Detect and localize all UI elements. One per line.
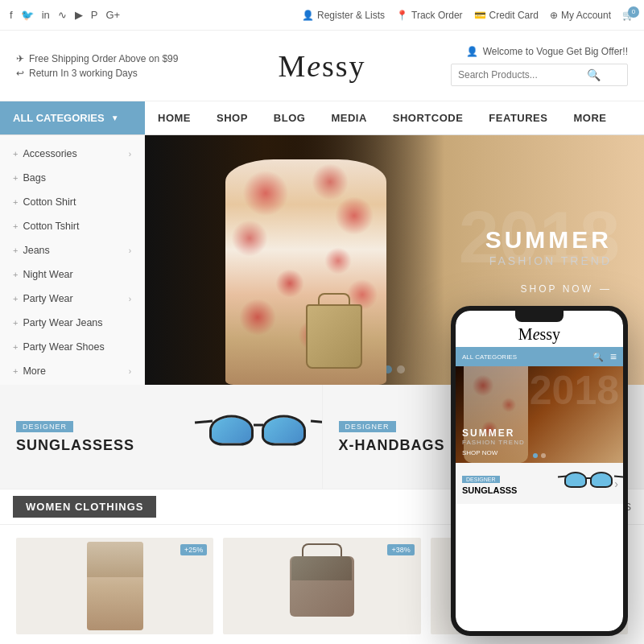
sunglasses-image xyxy=(209,411,314,463)
phone-dot-2[interactable] xyxy=(541,453,546,458)
user-icon: ⊕ xyxy=(550,10,558,21)
header-left: ✈ Free Shipping Order Above on $99 ↩ Ret… xyxy=(16,53,193,79)
navigation-bar: ALL CATEGORIES ▼ HOME SHOP BLOG MEDIA SH… xyxy=(0,101,644,135)
my-account-link[interactable]: ⊕ My Account xyxy=(550,10,611,21)
banner-sunglasses-info: DESIGNER SUNGLASSESS xyxy=(16,420,134,454)
chevron-right-icon: › xyxy=(129,150,131,159)
phone-hero-text: SUMMER FASHION TREND SHOP NOW xyxy=(462,427,525,456)
return-policy: ↩ Return In 3 working Days xyxy=(16,68,193,79)
nav-features[interactable]: FEATURES xyxy=(476,101,560,134)
logo-text: Messy xyxy=(193,48,451,84)
sidebar-item-cotton-tshirt[interactable]: + Cotton Tshirt xyxy=(0,214,144,238)
register-link[interactable]: 👤 Register & Lists xyxy=(302,10,385,21)
banner-title-handbags: X-HANDBAGS xyxy=(339,437,445,454)
search-box: 🔍 xyxy=(451,64,628,86)
phone-notch xyxy=(515,311,564,322)
chevron-right-icon: › xyxy=(129,295,131,303)
phone-banner[interactable]: DESIGNER SUNGLASSS › xyxy=(456,463,623,504)
sidebar: + Accessories › + Bags + Cotton Shirt xyxy=(0,135,145,385)
nav-shop[interactable]: SHOP xyxy=(204,101,261,134)
welcome-message: 👤 Welcome to Vogue Get Big Offer!! xyxy=(451,46,628,57)
banner-sunglasses[interactable]: DESIGNER SUNGLASSESS xyxy=(0,385,323,489)
phone-menu-icon[interactable]: ≡ xyxy=(610,350,617,363)
sidebar-item-party-wear-jeans[interactable]: + Party Wear Jeans xyxy=(0,311,144,335)
cart-badge: 0 xyxy=(628,6,639,18)
all-categories-button[interactable]: ALL CATEGORIES ▼ xyxy=(0,101,145,134)
banner-handbags-info: DESIGNER X-HANDBAGS xyxy=(339,420,445,454)
search-button[interactable]: 🔍 xyxy=(580,64,607,85)
product-image-2: +38% xyxy=(223,538,420,634)
sidebar-item-more[interactable]: + More › xyxy=(0,359,144,383)
sidebar-item-party-wear-shoes[interactable]: + Party Wear Shoes xyxy=(0,335,144,359)
nav-home[interactable]: HOME xyxy=(145,101,204,134)
account-links: 👤 Register & Lists 📍 Track Order 💳 Credi… xyxy=(302,10,634,21)
nav-more[interactable]: MORE xyxy=(560,101,619,134)
googleplus-icon[interactable]: G+ xyxy=(105,9,120,21)
credit-card-link[interactable]: 💳 Credit Card xyxy=(474,10,539,21)
welcome-icon: 👤 xyxy=(466,46,478,57)
header: ✈ Free Shipping Order Above on $99 ↩ Ret… xyxy=(0,31,644,101)
plus-icon: + xyxy=(13,318,18,328)
creditcard-icon: 💳 xyxy=(474,10,486,21)
nav-media[interactable]: MEDIA xyxy=(318,101,379,134)
phone-sunglasses-image xyxy=(564,469,617,497)
linkedin-icon[interactable]: in xyxy=(42,9,50,21)
sidebar-item-jeans[interactable]: + Jeans › xyxy=(0,238,144,262)
site-logo[interactable]: Messy xyxy=(193,48,451,84)
banner-tag-handbags: DESIGNER xyxy=(339,421,396,432)
product-card-1[interactable]: +25% xyxy=(11,533,218,644)
pinterest-icon[interactable]: P xyxy=(91,9,98,21)
chevron-right-icon: › xyxy=(129,367,131,376)
nav-items: HOME SHOP BLOG MEDIA SHORTCODE FEATURES … xyxy=(145,101,619,134)
plus-icon: + xyxy=(13,294,18,303)
hero-year: 2018 xyxy=(459,201,620,274)
return-icon: ↩ xyxy=(16,68,24,79)
phone-nav: ALL CATEGORIES 🔍 ≡ xyxy=(456,347,623,366)
chevron-down-icon: ▼ xyxy=(111,114,119,122)
register-icon: 👤 xyxy=(302,10,314,21)
phone-hero-year: 2018 xyxy=(530,370,619,411)
top-bar: f 🐦 in ∿ ▶ P G+ 👤 Register & Lists 📍 Tra… xyxy=(0,0,644,31)
plus-icon: + xyxy=(13,221,18,231)
phone-hero: 2018 SUMMER FASHION TREND SHOP NOW xyxy=(456,366,623,463)
plus-icon: + xyxy=(13,246,18,255)
phone-banner-info: DESIGNER SUNGLASSS xyxy=(462,473,517,495)
sidebar-item-accessories[interactable]: + Accessories › xyxy=(0,142,144,166)
page-wrapper: f 🐦 in ∿ ▶ P G+ 👤 Register & Lists 📍 Tra… xyxy=(0,0,644,644)
cart-wrapper[interactable]: 🛒 0 xyxy=(622,10,634,21)
sidebar-item-party-wear[interactable]: + Party Wear › xyxy=(0,287,144,311)
social-links: f 🐦 in ∿ ▶ P G+ xyxy=(10,9,120,21)
chevron-right-icon: › xyxy=(129,246,131,255)
search-input[interactable] xyxy=(452,65,580,85)
track-order-link[interactable]: 📍 Track Order xyxy=(396,10,463,21)
phone-dot-1[interactable] xyxy=(533,453,538,458)
phone-screen: Messy ALL CATEGORIES 🔍 ≡ 2018 SUMMER FAS… xyxy=(456,311,623,631)
plus-icon: + xyxy=(13,149,18,159)
phone-search-icon[interactable]: 🔍 xyxy=(592,352,604,362)
location-icon: 📍 xyxy=(396,10,408,21)
facebook-icon[interactable]: f xyxy=(10,9,13,21)
dash-icon: — xyxy=(600,283,612,295)
twitter-icon[interactable]: 🐦 xyxy=(21,9,34,21)
sidebar-item-cotton-shirt[interactable]: + Cotton Shirt xyxy=(0,190,144,214)
youtube-icon[interactable]: ▶ xyxy=(75,9,83,21)
phone-mockup: Messy ALL CATEGORIES 🔍 ≡ 2018 SUMMER FAS… xyxy=(451,306,628,636)
hero-shop-now[interactable]: SHOP NOW — xyxy=(485,283,612,295)
plus-icon: + xyxy=(13,366,18,376)
plus-icon: + xyxy=(13,173,18,183)
rss-icon[interactable]: ∿ xyxy=(58,9,67,21)
free-shipping-notice: ✈ Free Shipping Order Above on $99 xyxy=(16,53,193,64)
plus-icon: + xyxy=(13,342,18,352)
product-image-1: +25% xyxy=(16,538,213,634)
phone-logo: Messy xyxy=(456,322,623,347)
arrow-right-icon: › xyxy=(614,477,618,490)
sidebar-item-bags[interactable]: + Bags xyxy=(0,166,144,190)
nav-blog[interactable]: BLOG xyxy=(261,101,319,134)
shipping-icon: ✈ xyxy=(16,53,24,64)
phone-slider-dots xyxy=(533,453,546,458)
sidebar-item-night-wear[interactable]: + Night Wear xyxy=(0,262,144,287)
discount-badge-2: +38% xyxy=(387,544,414,555)
nav-shortcode[interactable]: SHORTCODE xyxy=(380,101,477,134)
product-card-2[interactable]: +38% xyxy=(218,533,425,644)
phone-all-categories: ALL CATEGORIES xyxy=(462,353,517,361)
